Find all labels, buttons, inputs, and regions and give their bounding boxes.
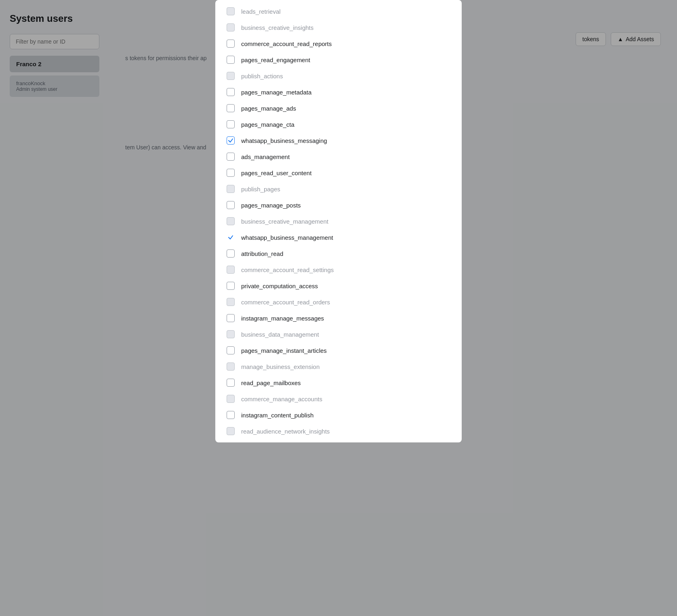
permission-item-commerce_account_read_reports[interactable]: commerce_account_read_reports [215, 36, 462, 52]
permission-item-read_audience_network_insights[interactable]: read_audience_network_insights [215, 423, 462, 439]
permission-item-business_data_management[interactable]: business_data_management [215, 326, 462, 342]
permission-label-ads_management: ads_management [241, 153, 290, 160]
permission-label-pages_read_user_content: pages_read_user_content [241, 170, 311, 176]
permission-item-pages_read_user_content[interactable]: pages_read_user_content [215, 165, 462, 181]
permission-label-private_computation_access: private_computation_access [241, 283, 318, 289]
permission-item-business_creative_management[interactable]: business_creative_management [215, 213, 462, 229]
permission-label-commerce_account_read_reports: commerce_account_read_reports [241, 40, 332, 47]
permission-label-leads_retrieval: leads_retrieval [241, 8, 281, 15]
permission-label-business_creative_management: business_creative_management [241, 218, 328, 225]
checkbox-instagram_manage_messages[interactable] [227, 314, 235, 322]
checkbox-attribution_read[interactable] [227, 249, 235, 258]
permission-item-commerce_account_read_settings[interactable]: commerce_account_read_settings [215, 262, 462, 278]
permission-label-business_creative_insights: business_creative_insights [241, 24, 313, 31]
checkbox-read_page_mailboxes[interactable] [227, 379, 235, 387]
permission-label-pages_manage_metadata: pages_manage_metadata [241, 89, 311, 96]
checkbox-publish_actions[interactable] [227, 72, 235, 80]
permission-label-read_audience_network_insights: read_audience_network_insights [241, 428, 330, 435]
permission-label-pages_manage_ads: pages_manage_ads [241, 105, 296, 112]
permission-item-ads_management[interactable]: ads_management [215, 149, 462, 165]
permission-label-commerce_account_read_orders: commerce_account_read_orders [241, 299, 330, 306]
checkbox-business_data_management[interactable] [227, 330, 235, 338]
permission-label-pages_manage_cta: pages_manage_cta [241, 121, 294, 128]
permission-item-leads_retrieval[interactable]: leads_retrieval [215, 3, 462, 19]
checkbox-commerce_account_read_settings[interactable] [227, 266, 235, 274]
permission-item-instagram_manage_messages[interactable]: instagram_manage_messages [215, 310, 462, 326]
permission-label-instagram_content_publish: instagram_content_publish [241, 412, 313, 419]
checkbox-pages_manage_ads[interactable] [227, 104, 235, 112]
checkbox-business_creative_insights[interactable] [227, 23, 235, 31]
permission-item-whatsapp_business_management[interactable]: whatsapp_business_management [215, 229, 462, 245]
permission-item-manage_business_extension[interactable]: manage_business_extension [215, 358, 462, 375]
permission-label-whatsapp_business_messaging: whatsapp_business_messaging [241, 137, 327, 144]
permission-item-whatsapp_business_messaging[interactable]: whatsapp_business_messaging [215, 132, 462, 149]
permission-item-pages_manage_instant_articles[interactable]: pages_manage_instant_articles [215, 342, 462, 358]
permission-item-pages_manage_metadata[interactable]: pages_manage_metadata [215, 84, 462, 100]
permission-label-publish_actions: publish_actions [241, 73, 283, 80]
permission-label-commerce_manage_accounts: commerce_manage_accounts [241, 396, 322, 402]
permissions-modal: leads_retrievalbusiness_creative_insight… [215, 0, 462, 442]
permission-item-private_computation_access[interactable]: private_computation_access [215, 278, 462, 294]
checkbox-whatsapp_business_messaging[interactable] [227, 136, 235, 145]
checkbox-commerce_manage_accounts[interactable] [227, 395, 235, 403]
checkbox-leads_retrieval[interactable] [227, 7, 235, 15]
checkbox-pages_manage_instant_articles[interactable] [227, 346, 235, 354]
checkbox-business_creative_management[interactable] [227, 217, 235, 225]
permission-label-instagram_manage_messages: instagram_manage_messages [241, 315, 324, 322]
permission-label-read_page_mailboxes: read_page_mailboxes [241, 379, 301, 386]
permission-item-pages_manage_ads[interactable]: pages_manage_ads [215, 100, 462, 116]
permission-list: leads_retrievalbusiness_creative_insight… [215, 0, 462, 442]
permission-label-commerce_account_read_settings: commerce_account_read_settings [241, 266, 334, 273]
checkbox-pages_manage_metadata[interactable] [227, 88, 235, 96]
permission-item-pages_manage_posts[interactable]: pages_manage_posts [215, 197, 462, 213]
permission-item-publish_pages[interactable]: publish_pages [215, 181, 462, 197]
permission-label-whatsapp_business_management: whatsapp_business_management [241, 234, 333, 241]
checkbox-pages_manage_posts[interactable] [227, 201, 235, 209]
permission-item-attribution_read[interactable]: attribution_read [215, 245, 462, 262]
checkbox-pages_read_user_content[interactable] [227, 169, 235, 177]
permission-label-business_data_management: business_data_management [241, 331, 319, 338]
permission-label-pages_read_engagement: pages_read_engagement [241, 57, 310, 63]
permission-label-publish_pages: publish_pages [241, 186, 280, 193]
checkbox-commerce_account_read_orders[interactable] [227, 298, 235, 306]
checkbox-private_computation_access[interactable] [227, 282, 235, 290]
modal-overlay: leads_retrievalbusiness_creative_insight… [0, 0, 677, 616]
checkbox-instagram_content_publish[interactable] [227, 411, 235, 419]
checkbox-commerce_account_read_reports[interactable] [227, 40, 235, 48]
permission-item-commerce_account_read_orders[interactable]: commerce_account_read_orders [215, 294, 462, 310]
permission-item-commerce_manage_accounts[interactable]: commerce_manage_accounts [215, 391, 462, 407]
permission-label-pages_manage_posts: pages_manage_posts [241, 202, 301, 209]
permission-item-publish_actions[interactable]: publish_actions [215, 68, 462, 84]
permission-item-business_creative_insights[interactable]: business_creative_insights [215, 19, 462, 36]
checkbox-pages_read_engagement[interactable] [227, 56, 235, 64]
checkbox-read_audience_network_insights[interactable] [227, 427, 235, 435]
permission-label-pages_manage_instant_articles: pages_manage_instant_articles [241, 347, 327, 354]
checkbox-manage_business_extension[interactable] [227, 362, 235, 371]
checkbox-ads_management[interactable] [227, 153, 235, 161]
permission-item-instagram_content_publish[interactable]: instagram_content_publish [215, 407, 462, 423]
permission-item-pages_read_engagement[interactable]: pages_read_engagement [215, 52, 462, 68]
permission-label-attribution_read: attribution_read [241, 250, 283, 257]
checkbox-whatsapp_business_management[interactable] [227, 233, 235, 241]
permission-item-pages_manage_cta[interactable]: pages_manage_cta [215, 116, 462, 132]
checkbox-publish_pages[interactable] [227, 185, 235, 193]
permission-item-read_page_mailboxes[interactable]: read_page_mailboxes [215, 375, 462, 391]
permission-label-manage_business_extension: manage_business_extension [241, 363, 320, 370]
checkbox-pages_manage_cta[interactable] [227, 120, 235, 128]
